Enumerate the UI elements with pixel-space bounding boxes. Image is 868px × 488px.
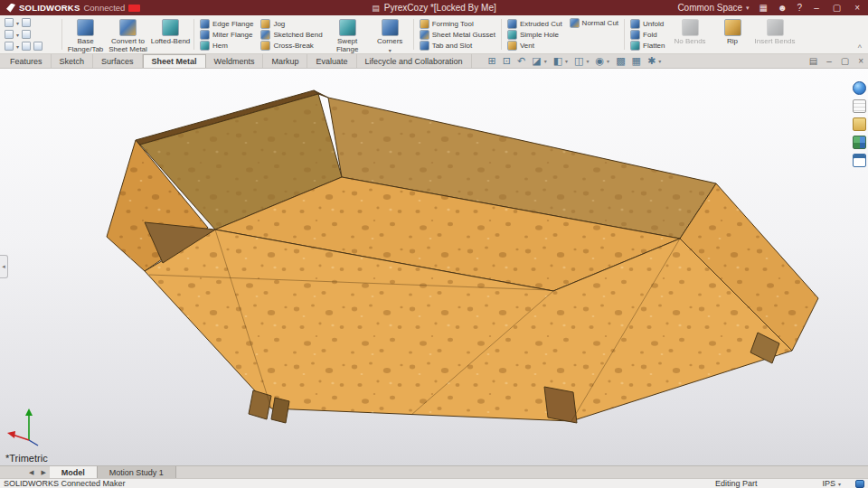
apply-scene-icon[interactable]: ▦ [632, 56, 641, 66]
help-icon[interactable]: ? [797, 4, 803, 13]
open-document-icon[interactable] [22, 18, 31, 27]
zoom-fit-icon[interactable]: ⊞ [488, 56, 496, 66]
normal-cut-button[interactable]: Normal Cut [570, 18, 618, 28]
sheet-metal-model[interactable] [0, 69, 868, 465]
previous-view-icon[interactable]: ↶ [517, 56, 525, 66]
cross-break-button[interactable]: Cross-Break [260, 41, 322, 51]
cross-break-icon [260, 41, 270, 51]
vent-button[interactable]: Vent [507, 41, 562, 51]
task-pane-properties-icon[interactable] [853, 154, 866, 167]
workspace-selector[interactable]: Common Space ▾ [677, 3, 749, 13]
model-tab[interactable] [249, 390, 271, 419]
tab-evaluate[interactable]: Evaluate [307, 54, 356, 68]
tab-weldments[interactable]: Weldments [206, 54, 264, 68]
status-bar: SOLIDWORKS Connected Maker Editing Part … [0, 478, 868, 488]
chevron-down-icon[interactable]: ▾ [544, 58, 547, 64]
tab-and-slot-button[interactable]: Tab and Slot [420, 41, 495, 51]
sketched-bend-label: Sketched Bend [273, 31, 322, 39]
task-pane-palette-icon[interactable] [853, 136, 866, 149]
tab-surfaces[interactable]: Surfaces [93, 54, 143, 68]
tab-sketch[interactable]: Sketch [52, 54, 94, 68]
sketched-bend-button[interactable]: Sketched Bend [260, 30, 322, 40]
simple-hole-button[interactable]: Simple Hole [507, 30, 562, 40]
chevron-down-icon[interactable]: ▾ [16, 20, 19, 26]
save-icon[interactable] [5, 30, 14, 39]
chevron-down-icon[interactable]: ▾ [586, 58, 589, 64]
chevron-down-icon[interactable]: ▾ [16, 43, 19, 50]
hem-button[interactable]: Hem [200, 41, 253, 51]
model-tab[interactable] [271, 398, 289, 423]
redo-icon[interactable] [22, 42, 31, 51]
extruded-cut-label: Extruded Cut [520, 20, 562, 28]
swept-flange-button[interactable]: Swept Flange [326, 16, 369, 52]
tab-sheet-metal[interactable]: Sheet Metal [143, 54, 206, 68]
close-button[interactable]: × [853, 3, 862, 13]
swept-flange-icon [339, 19, 356, 36]
flange-stack: Edge Flange Miter Flange Hem [196, 16, 257, 52]
vent-icon [507, 41, 517, 51]
insert-bends-icon [767, 19, 784, 36]
window-restore-icon[interactable]: ▢ [841, 56, 849, 66]
new-document-icon[interactable] [5, 18, 14, 27]
tab-model[interactable]: Model [50, 466, 98, 478]
forming-tool-button[interactable]: Forming Tool [420, 19, 495, 29]
task-pane-3dx-icon[interactable] [853, 81, 866, 95]
hem-label: Hem [212, 42, 228, 50]
edge-flange-button[interactable]: Edge Flange [200, 19, 253, 29]
zoom-area-icon[interactable]: ⊡ [503, 56, 511, 66]
ribbon-collapse-chevron[interactable]: ^ [858, 43, 862, 52]
miter-flange-button[interactable]: Miter Flange [200, 30, 253, 40]
units-selector[interactable]: IPS ▾ [822, 479, 841, 488]
chevron-down-icon[interactable]: ▾ [658, 58, 661, 64]
fold-button[interactable]: Fold [630, 30, 665, 40]
section-view-icon[interactable]: ◪ [532, 56, 541, 66]
tab-and-slot-label: Tab and Slot [432, 42, 472, 50]
sheet-metal-gusset-button[interactable]: Sheet Metal Gusset [420, 30, 495, 40]
ribbon-separator [501, 19, 502, 50]
display-style-icon[interactable]: ◫ [574, 56, 583, 66]
extruded-cut-icon [507, 19, 517, 29]
ribbon-sheet-metal: ▾ ▾ ▾ Base Flange/Tab Convert to Sheet M… [0, 15, 868, 54]
maximize-button[interactable]: ▢ [831, 3, 843, 13]
ribbon-separator [624, 19, 625, 50]
tab-lifecycle-collaboration[interactable]: Lifecycle and Collaboration [357, 54, 472, 68]
tab-markup[interactable]: Markup [263, 54, 307, 68]
view-settings-icon[interactable]: ✱ [647, 56, 656, 66]
unfold-button[interactable]: Unfold [630, 19, 665, 29]
view-orientation-icon[interactable]: ◧ [553, 56, 562, 66]
graphics-viewport[interactable]: ◂ *Trimetric [0, 69, 868, 465]
minimize-button[interactable]: – [812, 3, 821, 13]
tab-motion-study[interactable]: Motion Study 1 [98, 466, 176, 478]
apps-grid-icon[interactable]: ▦ [760, 4, 768, 13]
sheet-nav-right-icon[interactable]: ▶ [37, 466, 49, 478]
feature-tree-collapse-arrow[interactable]: ◂ [0, 255, 8, 278]
window-minimize-icon[interactable]: – [826, 56, 832, 66]
chevron-down-icon[interactable]: ▾ [565, 58, 568, 64]
hide-show-items-icon[interactable]: ◉ [596, 56, 605, 66]
window-cascade-icon[interactable]: ▤ [809, 56, 817, 66]
convert-to-sheet-metal-button[interactable]: Convert to Sheet Metal [107, 16, 149, 52]
options-icon[interactable] [33, 42, 42, 51]
tab-features[interactable]: Features [2, 54, 52, 68]
model-tab[interactable] [544, 387, 577, 423]
lofted-bend-button[interactable]: Lofted-Bend [149, 16, 192, 52]
task-pane-library-icon[interactable] [853, 117, 866, 131]
print-icon[interactable] [22, 30, 31, 39]
user-avatar-icon[interactable]: ☻ [778, 4, 788, 13]
chevron-down-icon[interactable]: ▾ [16, 32, 19, 38]
extruded-cut-button[interactable]: Extruded Cut [507, 19, 562, 29]
window-close-icon[interactable]: × [858, 56, 863, 66]
flatten-button[interactable]: Flatten [630, 41, 665, 51]
corners-button[interactable]: Corners ▾ [369, 16, 411, 52]
hem-icon [200, 41, 210, 51]
jog-button[interactable]: Jog [260, 19, 322, 29]
brand-name: SOLIDWORKS [19, 3, 80, 13]
status-tab-icon[interactable] [855, 480, 864, 488]
edit-appearance-icon[interactable]: ▩ [616, 56, 625, 66]
base-flange-button[interactable]: Base Flange/Tab [64, 16, 107, 52]
undo-icon[interactable] [5, 42, 14, 51]
sheet-nav-left-icon[interactable]: ◀ [25, 466, 37, 478]
rip-button[interactable]: Rip [712, 16, 754, 52]
chevron-down-icon[interactable]: ▾ [607, 58, 609, 64]
task-pane-documents-icon[interactable] [853, 99, 866, 113]
